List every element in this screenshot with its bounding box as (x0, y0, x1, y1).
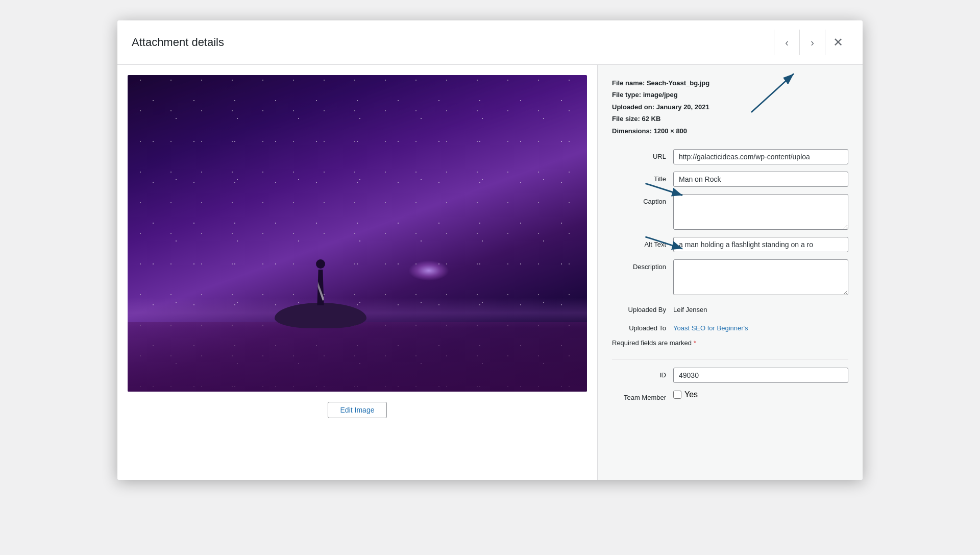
url-label: URL (612, 149, 673, 160)
modal-body: Edit Image F (117, 65, 863, 480)
edit-image-button[interactable]: Edit Image (328, 402, 387, 418)
team-member-row: Team Member Yes (612, 390, 848, 401)
file-name-row: File name: Seach-Yoast_bg.jpg (612, 77, 848, 89)
title-field[interactable] (673, 172, 848, 187)
uploaded-to-link[interactable]: Yoast SEO for Beginner's (673, 324, 748, 332)
divider (612, 359, 848, 359)
team-member-checkbox[interactable] (673, 391, 681, 399)
dimensions-row: Dimensions: 1200 × 800 (612, 125, 848, 137)
uploaded-by-label: Uploaded By (612, 302, 673, 313)
team-member-checkbox-label: Yes (684, 390, 698, 399)
person-silhouette (275, 259, 366, 328)
light-glow (408, 260, 449, 281)
modal-nav-buttons: ‹ › ✕ (774, 30, 850, 55)
rock (275, 303, 366, 328)
attachment-image (128, 75, 587, 392)
details-panel: File name: Seach-Yoast_bg.jpg File type:… (598, 65, 863, 480)
uploaded-by-row: Uploaded By Leif Jensen (612, 302, 848, 313)
person-head (316, 259, 325, 269)
title-row: Title (612, 172, 848, 187)
team-member-label: Team Member (612, 390, 673, 401)
dimensions-label: Dimensions: (612, 127, 652, 135)
image-wrapper (128, 75, 587, 392)
file-size-label: File size: (612, 115, 640, 123)
file-type-label: File type: (612, 91, 641, 99)
dimensions-value: 1200 × 800 (654, 127, 687, 135)
team-member-checkbox-row: Yes (673, 390, 698, 399)
file-name-label: File name: (612, 79, 645, 87)
alt-text-label: Alt Text (612, 237, 673, 248)
file-name-value: Seach-Yoast_bg.jpg (647, 79, 709, 87)
image-panel: Edit Image (117, 65, 598, 480)
modal-header: Attachment details ‹ › ✕ (117, 20, 863, 65)
caption-label: Caption (612, 194, 673, 205)
chevron-right-icon: › (811, 37, 814, 49)
description-field[interactable] (673, 259, 848, 295)
description-label: Description (612, 259, 673, 271)
file-type-row: File type: image/jpeg (612, 89, 848, 101)
title-label: Title (612, 172, 673, 183)
uploaded-on-label: Uploaded on: (612, 103, 654, 111)
alt-text-field[interactable] (673, 237, 848, 252)
uploaded-by-value: Leif Jensen (673, 302, 848, 313)
close-modal-button[interactable]: ✕ (825, 30, 850, 55)
id-label: ID (612, 368, 673, 379)
modal-title: Attachment details (132, 36, 224, 49)
close-icon: ✕ (833, 35, 843, 50)
next-attachment-button[interactable]: › (799, 30, 825, 55)
uploaded-to-row: Uploaded To Yoast SEO for Beginner's (612, 321, 848, 332)
url-field[interactable] (673, 149, 848, 164)
file-info: File name: Seach-Yoast_bg.jpg File type:… (612, 77, 848, 137)
chevron-left-icon: ‹ (785, 37, 789, 49)
file-type-value: image/jpeg (643, 91, 678, 99)
prev-attachment-button[interactable]: ‹ (774, 30, 799, 55)
url-row: URL (612, 149, 848, 164)
uploaded-on-value: January 20, 2021 (656, 103, 709, 111)
id-row: ID (612, 368, 848, 383)
id-field[interactable] (673, 368, 848, 383)
uploaded-on-row: Uploaded on: January 20, 2021 (612, 101, 848, 113)
water-reflection (128, 322, 587, 392)
caption-row: Caption (612, 194, 848, 230)
description-row: Description (612, 259, 848, 295)
person-body (315, 270, 326, 305)
uploaded-to-value: Yoast SEO for Beginner's (673, 321, 848, 332)
alt-text-row: Alt Text (612, 237, 848, 252)
file-size-value: 62 KB (642, 115, 661, 123)
file-size-row: File size: 62 KB (612, 113, 848, 125)
attachment-details-modal: Attachment details ‹ › ✕ (117, 20, 863, 480)
required-star: * (694, 339, 696, 347)
uploaded-to-label: Uploaded To (612, 321, 673, 332)
required-fields-note: Required fields are marked * (612, 339, 848, 347)
caption-field[interactable] (673, 194, 848, 230)
